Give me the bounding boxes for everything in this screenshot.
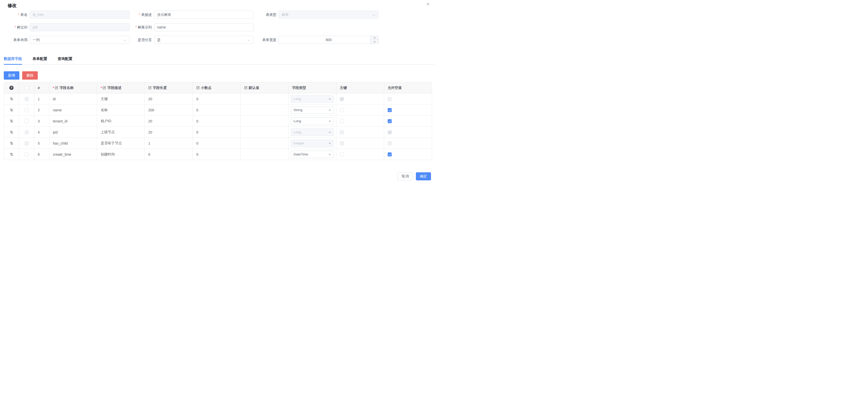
primary-key-checkbox[interactable] [340, 119, 344, 123]
cell-decimal: 0 [193, 149, 241, 160]
fields-table: ? # * 字段名称 * 字段描述 字段长度 小数点 默认值 字段类型 主键 允… [4, 82, 432, 160]
table-name-input: tb_tree [30, 10, 130, 19]
cell-row-index: 1 [34, 93, 49, 105]
delete-button[interactable]: 删除 [22, 71, 38, 80]
help-icon[interactable]: ? [9, 86, 13, 90]
drag-sort-icon[interactable]: ⇅ [10, 119, 13, 123]
col-header-field-name: * 字段名称 [49, 82, 97, 93]
tree-display-col-input[interactable]: name [154, 23, 253, 31]
caret-down-icon [329, 110, 331, 112]
field-type-select[interactable]: String [291, 106, 334, 114]
row-drag-cell: ⇅ [4, 116, 19, 127]
row-select-checkbox[interactable] [25, 119, 29, 123]
close-icon[interactable]: × [427, 1, 430, 6]
table-type-select: 树表 [279, 10, 379, 19]
cell-field-type: DateTime [288, 149, 336, 160]
row-select-checkbox[interactable] [25, 108, 29, 112]
field-type-select: Long [291, 129, 334, 136]
cell-field-name: id [49, 93, 97, 105]
nullable-checkbox[interactable] [388, 108, 392, 112]
drag-sort-icon[interactable]: ⇅ [10, 141, 13, 146]
cell-default [241, 127, 288, 138]
table-name-label: 表名 [2, 10, 30, 19]
primary-key-checkbox[interactable] [340, 108, 344, 112]
cell-nullable [384, 138, 432, 149]
nullable-checkbox[interactable] [388, 119, 392, 123]
required-asterisk: * [101, 86, 102, 90]
drag-sort-icon[interactable]: ⇅ [10, 152, 13, 157]
row-drag-cell: ⇅ [4, 127, 19, 138]
col-header-help: ? [4, 82, 19, 93]
table-toolbar: 新增 删除 [4, 71, 38, 80]
col-header-decimal: 小数点 [193, 82, 241, 93]
row-select-cell [19, 127, 34, 138]
cell-field-length: 0 [145, 149, 193, 160]
caret-down-icon [329, 132, 331, 135]
row-drag-cell: ⇅ [4, 149, 19, 160]
primary-key-checkbox [340, 141, 344, 145]
nullable-checkbox [388, 141, 392, 145]
cell-default [241, 149, 288, 160]
field-type-select[interactable]: Long [291, 117, 334, 125]
cell-default [241, 116, 288, 127]
tab-database-fields[interactable]: 数据库字段 [4, 56, 22, 64]
caret-down-icon [329, 98, 331, 101]
cell-field-length: 200 [145, 105, 193, 116]
cell-row-index: 5 [34, 138, 49, 149]
drag-sort-icon[interactable]: ⇅ [10, 108, 13, 112]
tree-parent-id-input: pid [30, 23, 130, 31]
form-width-label: 表单宽度 [253, 36, 279, 44]
table-desc-input[interactable]: 演示树表 [154, 10, 253, 19]
cell-field-desc: 名称 [97, 105, 145, 116]
col-header-select [19, 82, 34, 93]
nullable-checkbox[interactable] [388, 152, 392, 157]
chevron-up-icon [373, 37, 375, 39]
form-width-value: 800 [279, 36, 378, 44]
is-paginated-select[interactable]: 是 [154, 36, 253, 44]
table-desc-label: 表描述 [130, 10, 154, 19]
field-type-select[interactable]: DateTime [291, 151, 334, 158]
row-select-cell [19, 138, 34, 149]
col-header-field-type: 字段类型 [288, 82, 336, 93]
cell-row-index: 2 [34, 105, 49, 116]
cancel-button[interactable]: 取消 [398, 172, 413, 180]
cell-field-name: tenant_id [49, 116, 97, 127]
primary-key-checkbox [340, 130, 344, 134]
cell-default [241, 138, 288, 149]
required-asterisk: * [53, 86, 54, 90]
confirm-button[interactable]: 确定 [416, 172, 431, 180]
cell-row-index: 6 [34, 149, 49, 160]
row-select-checkbox[interactable] [25, 152, 29, 157]
tree-parent-id-label: 树父ID [2, 23, 30, 31]
cell-field-type: Long [288, 116, 336, 127]
form-width-input[interactable]: 800 [279, 36, 379, 44]
drag-sort-icon[interactable]: ⇅ [10, 130, 13, 135]
stepper-up-button[interactable] [371, 36, 378, 40]
edit-icon [103, 86, 106, 89]
cell-field-desc: 上级节点 [97, 127, 145, 138]
form-layout-label: 表单布局 [2, 36, 30, 44]
tab-query-config[interactable]: 查询配置 [58, 56, 72, 64]
table-edit-form: 表名 tb_tree 表描述 演示树表 表类型 树表 树父ID pid 树展示列… [2, 10, 430, 48]
caret-down-icon [329, 121, 331, 123]
cell-field-desc: 创建时间 [97, 149, 145, 160]
cell-nullable [384, 105, 432, 116]
col-header-default: 默认值 [241, 82, 288, 93]
row-select-cell [19, 93, 34, 105]
number-stepper [370, 36, 378, 44]
drag-sort-icon[interactable]: ⇅ [10, 97, 13, 101]
form-layout-select[interactable]: 一列 [30, 36, 130, 44]
is-paginated-label: 是否分页 [130, 36, 154, 44]
cell-decimal: 0 [193, 105, 241, 116]
select-all-checkbox[interactable] [25, 86, 29, 90]
cell-field-length: 20 [145, 116, 193, 127]
primary-key-checkbox[interactable] [340, 152, 344, 157]
cell-primary-key [336, 127, 384, 138]
stepper-down-button[interactable] [371, 40, 378, 44]
add-button[interactable]: 新增 [4, 71, 20, 80]
field-type-select: Long [291, 95, 334, 103]
cell-field-name: has_child [49, 138, 97, 149]
cell-default [241, 105, 288, 116]
tab-form-config[interactable]: 表单配置 [32, 56, 47, 64]
cell-primary-key [336, 116, 384, 127]
